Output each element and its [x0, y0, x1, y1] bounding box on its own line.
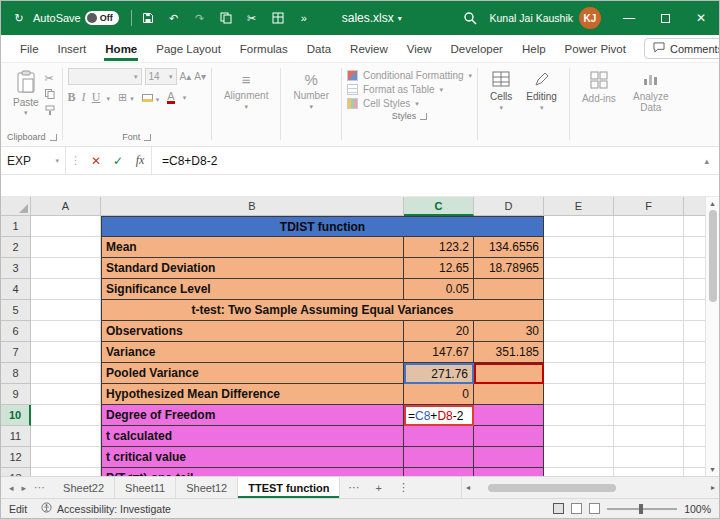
tab-help[interactable]: Help — [521, 37, 547, 61]
cell-D13[interactable] — [474, 468, 544, 476]
cell-E5[interactable] — [544, 300, 614, 321]
analyze-data-button[interactable]: Analyze Data — [623, 68, 679, 116]
font-size-select[interactable]: 14▾ — [145, 68, 177, 85]
scroll-down-icon[interactable]: ▼ — [709, 463, 716, 476]
cell-E8[interactable] — [544, 363, 614, 384]
font-color-icon[interactable]: A — [167, 91, 174, 104]
cell-A6[interactable] — [31, 321, 101, 342]
horizontal-scrollbar[interactable]: ◂ ▸ — [461, 477, 719, 498]
col-header-F[interactable]: F — [614, 197, 684, 216]
cell-G8[interactable] — [684, 363, 707, 384]
cell-F11[interactable] — [614, 426, 684, 447]
cell-G11[interactable] — [684, 426, 707, 447]
cell-A9[interactable] — [31, 384, 101, 405]
decrease-font-icon[interactable]: A▾ — [194, 71, 206, 82]
cell-F1[interactable] — [614, 216, 684, 237]
cell-B10[interactable]: Degree of Freedom — [101, 405, 404, 426]
sheet-nav-left-icon[interactable]: ◂ — [9, 483, 14, 493]
cell-G2[interactable] — [684, 237, 707, 258]
borders-icon[interactable]: ⊞ ▾ — [118, 91, 134, 104]
cell-A1[interactable] — [31, 216, 101, 237]
sheet-tab-sheet12[interactable]: Sheet12 — [176, 477, 238, 498]
cut-icon[interactable]: ✂ — [242, 8, 262, 28]
cell-C2[interactable]: 123.2 — [404, 237, 474, 258]
undo-icon[interactable]: ↶ — [164, 8, 184, 28]
sheet-list-icon[interactable]: ⋯ — [34, 481, 45, 494]
zoom-slider[interactable] — [607, 508, 677, 510]
cell-F6[interactable] — [614, 321, 684, 342]
bold-button[interactable]: B — [68, 90, 76, 104]
row-header-6[interactable]: 6 — [1, 321, 31, 342]
tab-view[interactable]: View — [406, 37, 433, 61]
row-header-3[interactable]: 3 — [1, 258, 31, 279]
cells-button[interactable]: Cells ▾ — [483, 68, 519, 115]
cell-D6[interactable]: 30 — [474, 321, 544, 342]
cell-E3[interactable] — [544, 258, 614, 279]
cell-A10[interactable] — [31, 405, 101, 426]
cell-A7[interactable] — [31, 342, 101, 363]
cell-C9[interactable]: 0 — [404, 384, 474, 405]
cell-D9[interactable] — [474, 384, 544, 405]
row-header-7[interactable]: 7 — [1, 342, 31, 363]
conditional-formatting-button[interactable]: Conditional Formatting ▾ — [347, 70, 472, 81]
zoom-slider-knob[interactable] — [639, 504, 643, 514]
autosave-toggle[interactable]: Off — [85, 11, 119, 25]
cell-A2[interactable] — [31, 237, 101, 258]
more-sheets-icon[interactable]: ⋯ — [340, 477, 367, 498]
cell-A3[interactable] — [31, 258, 101, 279]
cell-E7[interactable] — [544, 342, 614, 363]
sheet-tab-sheet22[interactable]: Sheet22 — [53, 477, 115, 498]
cell-F2[interactable] — [614, 237, 684, 258]
font-dialog-launcher[interactable] — [144, 134, 151, 141]
cell-C12[interactable] — [404, 447, 474, 468]
accessibility-status[interactable]: Accessibility: Investigate — [41, 502, 171, 515]
scroll-left-icon[interactable]: ◂ — [462, 483, 474, 492]
cell-A4[interactable] — [31, 279, 101, 300]
formula-input[interactable]: =C8+D8-2 — [151, 147, 694, 174]
cell-D8-referenced[interactable] — [474, 363, 544, 384]
cell-F3[interactable] — [614, 258, 684, 279]
tab-developer[interactable]: Developer — [450, 37, 504, 61]
cell-E11[interactable] — [544, 426, 614, 447]
cell-B13[interactable]: P(T<=t) one-tail — [101, 468, 404, 476]
clipboard-dialog-launcher[interactable] — [50, 134, 57, 141]
cell-D10[interactable] — [474, 405, 544, 426]
tab-power-pivot[interactable]: Power Pivot — [564, 37, 627, 61]
fill-color-icon[interactable]: ▾ — [142, 92, 160, 104]
cell-G5[interactable] — [684, 300, 707, 321]
cell-F4[interactable] — [614, 279, 684, 300]
sheet-tab-ttest-function[interactable]: TTEST function — [238, 477, 340, 498]
cancel-entry-icon[interactable]: ✕ — [85, 147, 107, 174]
cell-D11[interactable] — [474, 426, 544, 447]
horizontal-scroll-thumb[interactable] — [488, 484, 616, 492]
row-header-2[interactable]: 2 — [1, 237, 31, 258]
autosave-control[interactable]: ↻ AutoSave Off — [9, 8, 119, 28]
cell-A13[interactable] — [31, 468, 101, 476]
confirm-entry-icon[interactable]: ✓ — [107, 147, 129, 174]
cell-B4[interactable]: Significance Level — [101, 279, 404, 300]
col-header-D[interactable]: D — [474, 197, 544, 216]
styles-dialog-launcher[interactable] — [420, 113, 427, 120]
copy-small-icon[interactable] — [45, 89, 55, 101]
cell-B2[interactable]: Mean — [101, 237, 404, 258]
cell-E1[interactable] — [544, 216, 614, 237]
cell-A12[interactable] — [31, 447, 101, 468]
tab-formulas[interactable]: Formulas — [239, 37, 289, 61]
row-header-5[interactable]: 5 — [1, 300, 31, 321]
cell-F12[interactable] — [614, 447, 684, 468]
cell-F13[interactable] — [614, 468, 684, 476]
vertical-scroll-thumb[interactable] — [709, 210, 717, 302]
cell-G1[interactable] — [684, 216, 707, 237]
document-title[interactable]: sales.xlsx ▾ — [342, 11, 402, 25]
cell-G12[interactable] — [684, 447, 707, 468]
cell-E6[interactable] — [544, 321, 614, 342]
cell-E10[interactable] — [544, 405, 614, 426]
cell-C10-editing[interactable]: = C8 + D8 -2 — [404, 405, 474, 426]
tab-insert[interactable]: Insert — [57, 37, 88, 61]
tab-review[interactable]: Review — [349, 37, 389, 61]
row-header-10[interactable]: 10 — [1, 405, 31, 426]
cell-C7[interactable]: 147.67 — [404, 342, 474, 363]
save-icon[interactable] — [138, 8, 158, 28]
format-painter-icon[interactable] — [45, 105, 55, 117]
format-as-table-button[interactable]: Format as Table ▾ — [347, 84, 472, 95]
